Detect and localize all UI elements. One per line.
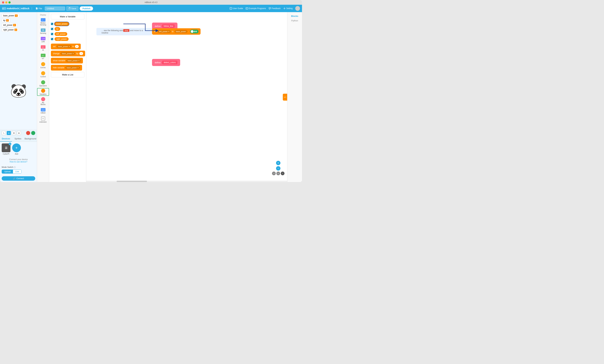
change-block[interactable]: change base_power ▼ by 1 (51, 51, 85, 56)
publish-button[interactable]: Publish (80, 6, 93, 11)
cat-lan[interactable]: LAN LAN (37, 36, 49, 44)
code-view-btn[interactable]: </> (283, 94, 287, 100)
cat-events[interactable]: Events (37, 61, 49, 70)
show-variable-block[interactable]: show variable base_power ▼ (51, 58, 83, 63)
var-checkbox-kp[interactable] (51, 28, 53, 30)
cat-mbot2[interactable]: mBot2 mBot2 (37, 107, 49, 115)
tab-sprites[interactable]: Sprites (12, 136, 24, 142)
canvas-inner: ... see the following and stop and move … (86, 12, 287, 182)
view-full-btn[interactable]: ⤡ (2, 131, 6, 135)
left-power-pill[interactable]: left_power ▼ (158, 30, 171, 33)
code-icon: </> (284, 96, 286, 98)
zoom-out-btn[interactable]: − (276, 166, 280, 170)
upload-mode-btn[interactable]: Upload (2, 170, 13, 173)
device-connect-area: Connect your device How to use device? (0, 157, 37, 165)
minimize-button[interactable] (5, 1, 7, 3)
change-val[interactable]: 1 (79, 52, 83, 55)
hide-var-pill[interactable]: base_power ▼ (65, 66, 80, 69)
canvas-fit-btn[interactable]: = (281, 171, 284, 175)
tab-background[interactable]: Background (24, 136, 37, 142)
change-var-pill[interactable]: base_power ▼ (61, 52, 75, 55)
user-avatar[interactable] (295, 6, 300, 11)
view-list-btn[interactable]: ☰ (12, 131, 16, 135)
add-device-btn[interactable]: + (12, 144, 21, 152)
sensing-icon (41, 28, 46, 32)
cat-control[interactable]: Control (37, 70, 49, 79)
maximize-button[interactable] (8, 1, 11, 3)
hide-variable-block[interactable]: hide variable base_power ▼ (51, 65, 82, 71)
save-button[interactable]: Save (66, 6, 78, 11)
cat-ai[interactable]: AI AI (37, 44, 49, 52)
var-badge-right-power: right_power 0 (2, 28, 19, 32)
change-var-arrow: ▼ (73, 53, 74, 54)
zoom-in-btn[interactable]: + (276, 161, 280, 165)
var-pill-base-power[interactable]: base_power (55, 22, 69, 26)
toggle-block[interactable] (190, 30, 199, 33)
var-val-right-power: 0 (14, 29, 17, 31)
set-var-pill[interactable]: base_power ▼ (57, 45, 71, 48)
go-button[interactable] (31, 131, 35, 135)
base-power-pill[interactable]: base_power (175, 30, 187, 33)
show-var-pill[interactable]: base_power ▼ (66, 59, 81, 62)
setting-link[interactable]: Setting (283, 7, 293, 10)
cat-extension[interactable]: + extension (37, 115, 49, 124)
lp-arrow: ▼ (168, 31, 170, 32)
example-programs-link[interactable]: Example Programs (246, 7, 266, 10)
file-menu[interactable]: File (34, 7, 43, 11)
feedback-link[interactable]: Feedback (269, 7, 281, 10)
var-pill-kp[interactable]: kp (55, 27, 60, 31)
make-variable-btn[interactable]: Make a Variable (51, 14, 84, 19)
var-pill-left-power[interactable]: left_power (55, 32, 67, 36)
show-var-label: show variable (53, 60, 65, 62)
canvas-area[interactable]: ... see the following and stop and move … (86, 12, 287, 182)
user-guide-link[interactable]: ? User Guide (230, 7, 243, 10)
variables-dot (41, 89, 45, 93)
set-val[interactable]: 0 (75, 45, 79, 48)
cat-operators[interactable]: Operators (37, 79, 49, 88)
toggle-dot (194, 31, 195, 32)
how-to-link[interactable]: How to use device? (10, 161, 27, 163)
make-list-btn[interactable]: Make a List (51, 72, 84, 77)
cat-my-blocks[interactable]: MyBlocks (37, 96, 49, 107)
canvas-redo-btn[interactable]: ↻ (277, 171, 280, 175)
svg-text:AI: AI (42, 46, 44, 48)
view-tiles-btn[interactable]: ⊟ (17, 131, 21, 135)
cat-variables[interactable]: Variables (37, 88, 49, 96)
cat-variables-label: Variables (40, 93, 47, 95)
set-left-power-block[interactable]: set left_power ▼ to base_power - (152, 28, 201, 35)
canvas-scrollbar[interactable] (86, 181, 287, 182)
hide-var-label: hide variable (53, 66, 64, 69)
tab-devices[interactable]: Devices (0, 136, 12, 142)
var-name-kp: kp (3, 19, 5, 22)
block-row-show-var: show variable base_power ▼ (51, 58, 84, 63)
var-checkbox-base-power[interactable] (51, 23, 53, 25)
var-checkbox-right-power[interactable] (51, 38, 53, 40)
define-detect-colors-block[interactable]: define detect_colors (152, 59, 180, 66)
set-block[interactable]: set base_power ▼ to 0 (51, 44, 81, 49)
connect-label: Connect (16, 177, 24, 180)
stop-button[interactable] (26, 131, 30, 135)
blocks-tab[interactable]: Blocks (290, 14, 300, 18)
cat-sensing[interactable]: Sensing (37, 27, 49, 36)
var-checkbox-left-power[interactable] (51, 33, 53, 35)
mode-switch-label: Mode Switch ⓘ (2, 166, 35, 169)
svg-text:?: ? (230, 8, 231, 9)
cat-motion-sensing[interactable]: ↗ MotionSensing (37, 17, 49, 27)
mode-switch-area: Mode Switch ⓘ Upload Live (0, 165, 37, 175)
view-grid-btn[interactable]: ⊞ (7, 131, 11, 135)
python-tab[interactable]: Python (290, 19, 299, 23)
connect-button[interactable]: 🔗 Connect (2, 176, 35, 181)
publish-label: Publish (82, 7, 90, 10)
canvas-undo-btn[interactable]: ↺ (272, 171, 276, 175)
project-title-input[interactable] (45, 7, 65, 11)
var-pill-right-power[interactable]: right_power (55, 37, 69, 41)
svg-text:↗: ↗ (42, 19, 43, 21)
cyberpi-icon[interactable]: 🖥 ✕ (2, 144, 11, 152)
setting-text: Setting (286, 7, 293, 10)
close-button[interactable] (2, 1, 4, 3)
svg-text:mBot2: mBot2 (42, 109, 45, 111)
cat-iot[interactable]: IoT IoT (37, 52, 49, 61)
cyberpi-close[interactable]: ✕ (9, 143, 11, 145)
ai-icon: AI (41, 45, 46, 49)
live-mode-btn[interactable]: Live (13, 170, 21, 173)
